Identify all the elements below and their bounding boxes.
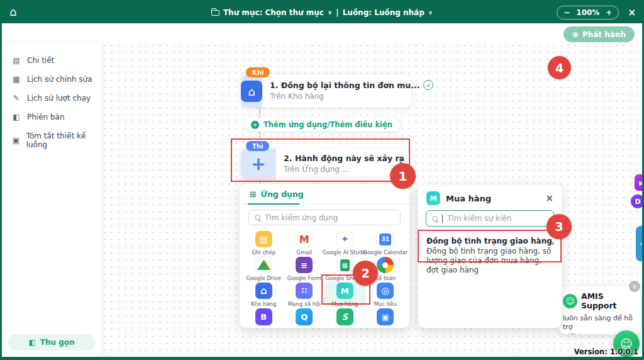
chevron-down-icon[interactable]: ∨	[428, 9, 433, 16]
check-icon: ✓	[423, 80, 433, 90]
connector-line	[259, 108, 260, 118]
workflow-node-action[interactable]: + 2. Hành động này sẽ xảy ra Trên Ứng dụ…	[241, 149, 411, 180]
event-search[interactable]	[426, 210, 554, 227]
app-search[interactable]	[248, 210, 401, 225]
gmail-icon: M	[296, 231, 313, 247]
collapse-label: Thu gọn	[40, 338, 75, 347]
folder-label[interactable]: Thư mục: Chọn thư mục	[223, 8, 324, 17]
sidebar-item-edit-history[interactable]: ▦ Lịch sử chỉnh sửa	[2, 70, 101, 89]
form-app-icon: ≡	[296, 257, 313, 273]
play-button[interactable]: ▶	[635, 174, 644, 191]
sidebar-item-run-history[interactable]: ✎ Lịch sử lượt chạy	[2, 89, 101, 108]
sidebar-item-label: Phiên bản	[27, 113, 65, 121]
close-icon[interactable]: ×	[545, 193, 553, 204]
app-search-input[interactable]	[265, 213, 394, 222]
app-item-row4-3[interactable]: S	[325, 307, 365, 328]
zoom-control[interactable]: − 100% +	[557, 6, 619, 20]
side-panel-toggle[interactable]: ‹	[636, 226, 644, 261]
node-icon-area: +	[241, 149, 276, 180]
drive-triangle-icon	[255, 257, 272, 273]
collapse-icon: ◧	[28, 338, 35, 347]
app-item-muc-tieu[interactable]: ◎Mục tiêu	[365, 281, 406, 307]
app-window: ⌂ Thư mục: Chọn thư mục ∨ | Luồng: Luồng…	[0, 0, 644, 360]
zoom-in-button[interactable]: +	[606, 8, 612, 17]
sidebar-item-label: Lịch sử chỉnh sửa	[27, 75, 92, 84]
id-card-app-icon: ▣	[377, 308, 394, 325]
close-button[interactable]: ×	[628, 7, 636, 18]
event-list-item[interactable]: Đồng bộ tình trạng giao hàng, số lượng g…	[418, 227, 562, 275]
workflow-node-trigger[interactable]: ⌂ 1. Đồng bộ lại thông tin đơn mu... ✓ T…	[241, 75, 411, 108]
folder-icon	[211, 10, 219, 16]
calendar-icon: ▦	[12, 75, 21, 84]
app-item-google-calendar[interactable]: 31Google Calendar	[365, 230, 406, 256]
support-close-button[interactable]: ×	[629, 281, 640, 292]
purchase-app-icon: M	[336, 283, 353, 299]
plus-icon: +	[251, 155, 265, 173]
version-label: Version: 1.0.0.1	[574, 347, 638, 356]
app-picker-tabs: ⊞ Ứng dụng	[240, 184, 409, 205]
node-subtitle: Trên Ứng dụng ...	[284, 165, 404, 174]
d-badge[interactable]: D	[631, 194, 644, 208]
event-search-input[interactable]	[447, 214, 548, 223]
support-widget: ☺ AMIS Support luôn sẵn sàng để hỗ trợ h…	[559, 286, 641, 334]
warehouse-app-icon: ⌂	[241, 81, 262, 102]
annotation-step-3: 3	[547, 214, 572, 239]
chevron-down-icon[interactable]: ∨	[328, 9, 332, 16]
node-title: 1. Đồng bộ lại thông tin đơn mu...	[270, 81, 419, 90]
app-item-row4-4[interactable]: ▣	[365, 307, 406, 328]
action-badge: Thì	[246, 141, 269, 151]
publish-button[interactable]: ⊕ Phát hành	[564, 26, 635, 42]
app-item-mua-hang[interactable]: MMua hàng	[325, 281, 365, 307]
sidebar-item-label: Lịch sử lượt chạy	[27, 94, 91, 103]
app-item-google-ai-studio[interactable]: ✦Google AI Studio	[325, 230, 365, 256]
top-bar: ⌂ Thư mục: Chọn thư mục ∨ | Luồng: Luồng…	[2, 2, 642, 23]
search-icon	[432, 216, 438, 222]
sparkle-icon: ✦	[336, 231, 353, 247]
zoom-out-button[interactable]: −	[564, 8, 570, 17]
plus-icon: +	[251, 121, 259, 129]
app-grid: ▤Ghi chép MGmail ✦Google AI Studio 31Goo…	[240, 228, 409, 328]
tab-apps[interactable]: ⊞ Ứng dụng	[250, 189, 304, 199]
event-picker-title: Mua hàng	[446, 194, 540, 203]
node-title: 2. Hành động này sẽ xảy ra	[284, 154, 404, 163]
support-text-line1: luôn sẵn sàng để hỗ trợ	[563, 314, 636, 332]
sidebar-item-flow-summary[interactable]: ▣ Tóm tắt thiết kế luồng	[2, 127, 101, 154]
home-icon[interactable]: ⌂	[9, 6, 16, 18]
sidebar-item-label: Tóm tắt thiết kế luồng	[26, 132, 101, 149]
trigger-badge: Khi	[246, 67, 270, 77]
flow-label[interactable]: Luồng: Luồng nháp	[343, 8, 425, 17]
document-icon: ▤	[12, 56, 21, 65]
globe-icon: ⊕	[572, 30, 579, 39]
app-item-gmail[interactable]: MGmail	[284, 230, 325, 256]
app-item-ghi-chep[interactable]: ▤Ghi chép	[243, 230, 284, 256]
breadcrumb[interactable]: Thư mục: Chọn thư mục ∨ | Luồng: Luồng n…	[211, 8, 433, 17]
add-app-condition-button[interactable]: + Thêm ứng dụng/Thêm điều kiện	[246, 118, 400, 132]
clipboard-icon: ▣	[12, 136, 20, 145]
purple-b-app-icon: B	[255, 308, 272, 325]
tab-underline	[248, 203, 299, 205]
pen-icon: ✎	[12, 94, 21, 103]
blue-q-app-icon: Q	[296, 308, 313, 325]
purchase-app-icon: M	[426, 191, 440, 205]
support-title: AMIS Support	[581, 291, 636, 310]
accounting-pie-icon	[377, 257, 394, 273]
sidebar-item-details[interactable]: ▤ Chi tiết	[2, 51, 101, 70]
event-title: Đồng bộ tình trạng giao hàng, số lượng g…	[426, 237, 553, 245]
collapse-sidebar-button[interactable]: ◧ Thu gọn	[8, 334, 96, 351]
app-item-mang-xa-hoi[interactable]: ∷Mạng xã hội	[284, 281, 325, 307]
connector-line	[259, 132, 260, 139]
chevron-left-icon: ‹	[640, 240, 642, 248]
megaphone-icon: ◧	[12, 113, 21, 121]
app-item-row4-2[interactable]: Q	[284, 307, 325, 328]
notes-app-icon: ▤	[255, 231, 272, 247]
support-smiley-icon: ☺	[563, 294, 577, 308]
app-item-kho-hang[interactable]: ⌂Kho hàng	[243, 281, 284, 307]
target-app-icon: ◎	[377, 283, 394, 299]
app-item-google-drive[interactable]: Google Drive	[243, 256, 284, 281]
sidebar-item-label: Chi tiết	[27, 56, 54, 65]
sidebar-item-version[interactable]: ◧ Phiên bản	[2, 108, 101, 127]
app-item-row4-1[interactable]: B	[243, 307, 284, 328]
breadcrumb-divider: |	[336, 8, 338, 17]
app-item-google-form[interactable]: ≡Google Form	[284, 256, 325, 281]
play-icon: ▶	[639, 179, 644, 186]
